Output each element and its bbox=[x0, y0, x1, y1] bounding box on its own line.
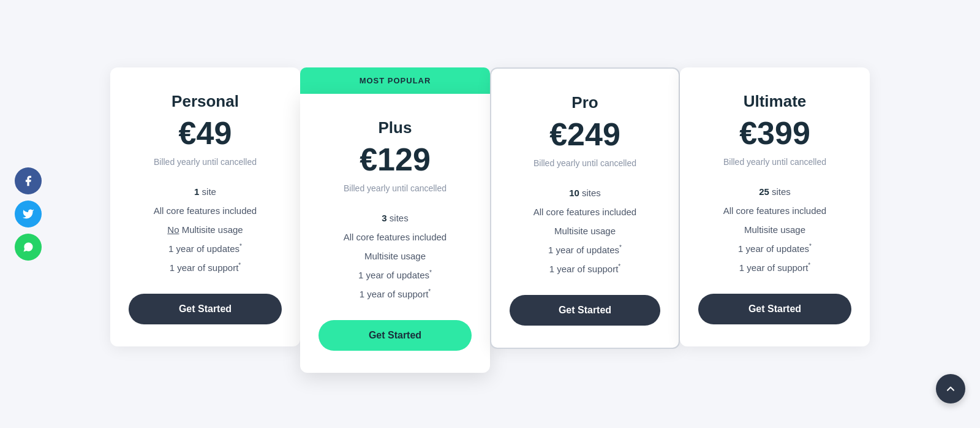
plan-card-ultimate: Ultimate €399 Billed yearly until cancel… bbox=[680, 67, 870, 346]
plan-pro-cta[interactable]: Get Started bbox=[510, 295, 660, 326]
plan-pro-billing: Billed yearly until cancelled bbox=[533, 158, 636, 168]
plan-pro-features: 10 sites All core features included Mult… bbox=[510, 186, 660, 275]
plan-ultimate-feature-4: 1 year of support* bbox=[698, 261, 851, 274]
twitter-icon[interactable] bbox=[15, 201, 42, 227]
plan-personal-features: 1 site All core features included No Mul… bbox=[129, 185, 282, 274]
plan-plus-name: Plus bbox=[379, 118, 412, 137]
plan-pro-feature-3: 1 year of updates* bbox=[510, 243, 660, 256]
whatsapp-icon[interactable] bbox=[15, 234, 42, 261]
plan-personal: Personal €49 Billed yearly until cancell… bbox=[110, 67, 300, 346]
plan-personal-cta[interactable]: Get Started bbox=[129, 294, 282, 324]
plan-ultimate-features: 25 sites All core features included Mult… bbox=[698, 185, 851, 274]
plan-ultimate-sites: 25 sites bbox=[698, 185, 851, 198]
plan-personal-feature-4: 1 year of support* bbox=[129, 261, 282, 274]
plan-ultimate: Ultimate €399 Billed yearly until cancel… bbox=[680, 67, 870, 346]
plan-personal-sites: 1 site bbox=[129, 185, 282, 198]
plan-ultimate-name: Ultimate bbox=[744, 92, 807, 111]
plan-personal-billing: Billed yearly until cancelled bbox=[154, 157, 257, 167]
social-icons-container bbox=[15, 167, 42, 261]
plan-pro: Pro €249 Billed yearly until cancelled 1… bbox=[490, 67, 680, 349]
plan-ultimate-feature-3: 1 year of updates* bbox=[698, 242, 851, 255]
plan-ultimate-billing: Billed yearly until cancelled bbox=[723, 157, 826, 167]
pricing-container: Personal €49 Billed yearly until cancell… bbox=[86, 31, 894, 397]
plan-pro-name: Pro bbox=[571, 93, 598, 112]
plan-personal-name: Personal bbox=[172, 92, 239, 111]
plan-pro-feature-2: Multisite usage bbox=[510, 224, 660, 237]
plan-pro-sites: 10 sites bbox=[510, 186, 660, 199]
plan-card-plus: Plus €129 Billed yearly until cancelled … bbox=[300, 94, 490, 373]
scroll-top-button[interactable] bbox=[936, 374, 965, 403]
plan-pro-price: €249 bbox=[549, 117, 620, 152]
facebook-icon[interactable] bbox=[15, 167, 42, 194]
plan-personal-feature-1: All core features included bbox=[129, 204, 282, 217]
plan-plus-feature-3: 1 year of updates* bbox=[318, 269, 472, 281]
plan-plus-feature-2: Multisite usage bbox=[318, 250, 472, 262]
plan-personal-price: €49 bbox=[179, 116, 232, 151]
plan-ultimate-cta[interactable]: Get Started bbox=[698, 294, 851, 324]
plan-ultimate-price: €399 bbox=[739, 116, 810, 151]
plan-plus-sites: 3 sites bbox=[318, 212, 472, 224]
plan-plus-billing: Billed yearly until cancelled bbox=[344, 183, 447, 193]
plan-plus-feature-1: All core features included bbox=[318, 231, 472, 243]
plan-ultimate-feature-2: Multisite usage bbox=[698, 223, 851, 236]
plan-plus-price: €129 bbox=[360, 142, 431, 177]
plan-plus-features: 3 sites All core features included Multi… bbox=[318, 212, 472, 300]
plan-pro-feature-4: 1 year of support* bbox=[510, 262, 660, 275]
plan-card-personal: Personal €49 Billed yearly until cancell… bbox=[110, 67, 300, 346]
plan-plus-cta[interactable]: Get Started bbox=[318, 320, 472, 351]
plan-pro-feature-1: All core features included bbox=[510, 205, 660, 218]
plan-plus-feature-4: 1 year of support* bbox=[318, 288, 472, 300]
plan-personal-feature-3: 1 year of updates* bbox=[129, 242, 282, 255]
plan-personal-feature-2: No Multisite usage bbox=[129, 223, 282, 236]
plan-card-pro: Pro €249 Billed yearly until cancelled 1… bbox=[490, 67, 680, 349]
plan-ultimate-feature-1: All core features included bbox=[698, 204, 851, 217]
most-popular-badge: MOST POPULAR bbox=[300, 67, 490, 94]
plan-plus: MOST POPULAR Plus €129 Billed yearly unt… bbox=[300, 67, 490, 373]
